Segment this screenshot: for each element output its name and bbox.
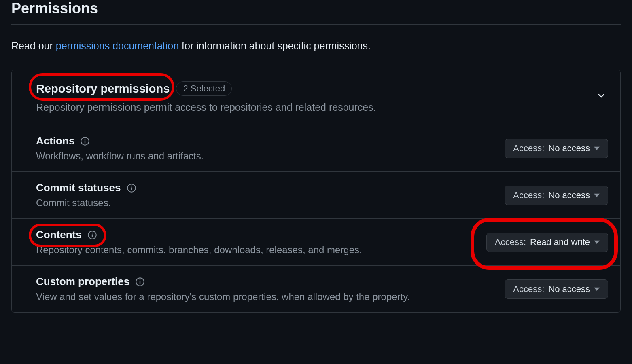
svg-point-5	[131, 185, 132, 186]
caret-down-icon	[594, 146, 600, 151]
info-icon[interactable]	[135, 277, 145, 287]
caret-down-icon	[594, 193, 600, 198]
caret-down-icon	[594, 239, 600, 245]
access-label-prefix: Access:	[513, 284, 544, 294]
caret-down-icon	[594, 286, 600, 292]
permission-description: View and set values for a repository's c…	[36, 291, 410, 303]
access-level: Read and write	[530, 237, 590, 248]
access-level: No access	[548, 284, 590, 294]
permission-description: Repository contents, commits, branches, …	[36, 244, 362, 256]
access-label-prefix: Access:	[495, 237, 526, 248]
permission-row-custom-properties: Custom properties View and set values fo…	[12, 266, 620, 312]
access-dropdown-commit-statuses[interactable]: Access: No access	[505, 186, 608, 205]
intro-prefix: Read our	[11, 40, 56, 51]
permissions-doc-link[interactable]: permissions documentation	[56, 40, 179, 51]
permission-title: Contents	[36, 229, 82, 241]
section-title: Repository permissions	[36, 82, 170, 95]
info-icon[interactable]	[127, 183, 136, 193]
svg-point-2	[85, 138, 86, 140]
access-dropdown-custom-properties[interactable]: Access: No access	[505, 279, 608, 299]
permission-title: Commit statuses	[36, 182, 121, 194]
permission-description: Workflows, workflow runs and artifacts.	[36, 150, 204, 162]
svg-point-11	[140, 279, 141, 280]
page-title: Permissions	[11, 0, 621, 25]
access-dropdown-actions[interactable]: Access: No access	[505, 139, 608, 158]
permission-title: Custom properties	[36, 275, 129, 288]
intro-paragraph: Read our permissions documentation for i…	[11, 40, 621, 52]
svg-point-8	[91, 232, 93, 233]
selected-count-badge: 2 Selected	[176, 81, 232, 96]
permission-row-commit-statuses: Commit statuses Commit statuses. Access:…	[12, 172, 620, 219]
permission-row-actions: Actions Workflows, workflow runs and art…	[12, 125, 620, 172]
access-level: No access	[548, 143, 590, 154]
permission-description: Commit statuses.	[36, 197, 136, 209]
permission-title: Actions	[36, 135, 74, 147]
intro-suffix: for information about specific permissio…	[179, 40, 371, 51]
permissions-panel: Repository permissions 2 Selected Reposi…	[11, 70, 621, 313]
permission-row-contents: Contents Repository contents, commits, b…	[12, 219, 620, 266]
access-dropdown-contents[interactable]: Access: Read and write	[486, 233, 608, 252]
info-icon[interactable]	[87, 230, 97, 240]
access-label-prefix: Access:	[513, 143, 544, 154]
access-label-prefix: Access:	[513, 190, 544, 201]
access-level: No access	[548, 190, 590, 201]
info-icon[interactable]	[80, 136, 90, 146]
repository-permissions-header[interactable]: Repository permissions 2 Selected Reposi…	[12, 70, 620, 125]
chevron-down-icon	[596, 90, 607, 103]
section-description: Repository permissions permit access to …	[36, 102, 376, 113]
